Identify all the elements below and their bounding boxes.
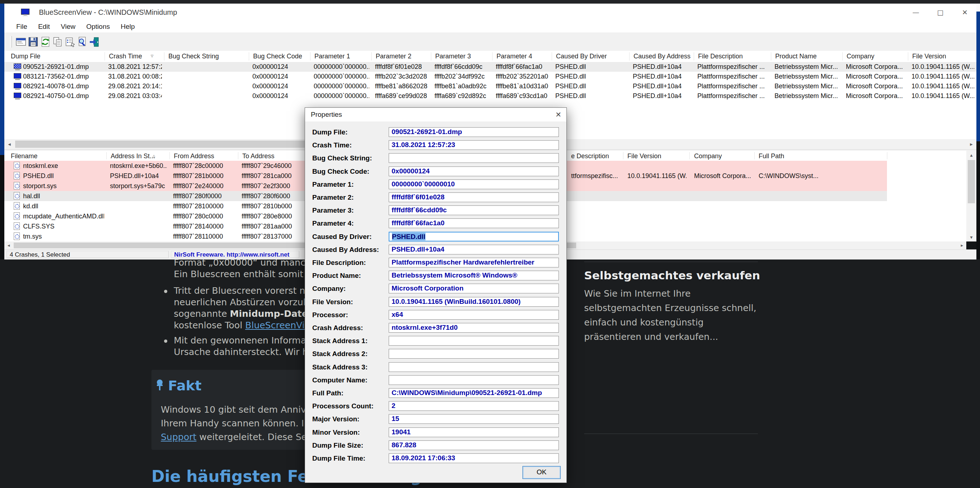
dialog-field-input[interactable]: ffffdf8f`6f01e028 — [389, 192, 559, 202]
column-separator[interactable] — [107, 152, 107, 159]
column-header[interactable]: File Version — [627, 151, 661, 161]
table-row[interactable]: 090521-26921-01.dmp31.08.2021 12:57:230x… — [4, 62, 977, 72]
maximize-button[interactable]: □ — [932, 3, 949, 21]
dialog-field-input[interactable] — [389, 375, 559, 385]
dialog-title-bar[interactable]: Properties ✕ — [305, 108, 566, 121]
dialog-field-input[interactable]: C:\WINDOWS\Minidump\090521-26921-01.dmp — [389, 388, 559, 398]
refresh-icon[interactable] — [39, 36, 52, 48]
exit-icon[interactable] — [88, 36, 100, 48]
column-header[interactable]: Dump File — [11, 51, 40, 62]
dialog-field-input[interactable]: ffffdf8f`66fac1a0 — [389, 218, 559, 228]
dialog-field-input[interactable]: Microsoft Corporation — [389, 284, 559, 293]
dialog-field-input[interactable] — [389, 336, 559, 346]
column-header[interactable]: Parameter 1 — [314, 51, 350, 62]
dialog-field-input[interactable]: Plattformspezifischer Hardwarefehlertrei… — [389, 258, 559, 267]
dialog-field-input[interactable]: 090521-26921-01.dmp — [389, 127, 559, 137]
menu-view[interactable]: View — [55, 21, 81, 32]
scroll-left-icon[interactable]: ◂ — [4, 139, 14, 149]
column-header[interactable]: Company — [694, 151, 722, 161]
table-row[interactable]: 082921-40750-01.dmp29.08.2021 03:03:430x… — [4, 91, 977, 101]
column-separator[interactable] — [249, 52, 249, 60]
dialog-field-input[interactable]: 19041 — [389, 428, 559, 437]
column-separator[interactable] — [623, 152, 624, 159]
dialog-field-input[interactable]: 2 — [389, 401, 559, 411]
scroll-right-icon[interactable]: ▸ — [958, 242, 966, 250]
column-header[interactable]: From Address — [174, 151, 214, 161]
column-header[interactable]: Parameter 3 — [435, 51, 471, 62]
column-header[interactable]: Address In St... — [111, 151, 155, 161]
dialog-close-icon[interactable]: ✕ — [555, 108, 562, 121]
dialog-field-input[interactable]: ntoskrnl.exe+3f71d0 — [389, 323, 559, 333]
column-header[interactable]: Parameter 2 — [376, 51, 411, 62]
dialog-field-input[interactable]: ffffdf8f`66cdd09c — [389, 205, 559, 215]
dialog-field-input[interactable] — [389, 153, 559, 163]
column-header[interactable]: Crash Time — [109, 51, 142, 62]
column-separator[interactable] — [694, 52, 694, 60]
toolbar-gripper[interactable] — [10, 36, 12, 48]
properties-icon[interactable] — [64, 36, 76, 48]
column-separator[interactable] — [169, 152, 170, 159]
column-header[interactable]: Caused By Driver — [556, 51, 607, 62]
column-separator[interactable] — [908, 52, 908, 60]
ok-button[interactable]: OK — [522, 466, 561, 479]
menu-options[interactable]: Options — [81, 21, 115, 32]
column-header[interactable]: Parameter 4 — [496, 51, 532, 62]
column-header[interactable]: Caused By Address — [633, 51, 690, 62]
dialog-field-input[interactable]: PSHED.dll+10a4 — [389, 245, 559, 254]
column-separator[interactable] — [310, 52, 310, 60]
scroll-left-icon[interactable]: ◂ — [4, 242, 13, 250]
column-header[interactable]: e Description — [571, 151, 609, 161]
column-separator[interactable] — [371, 52, 372, 60]
copy-icon[interactable] — [52, 36, 64, 48]
dialog-field-input[interactable]: 31.08.2021 12:57:23 — [389, 140, 559, 150]
dialog-field-input[interactable]: 10.0.19041.1165 (WinBuild.160101.0800) — [389, 297, 559, 307]
scroll-down-icon[interactable]: ▾ — [966, 233, 977, 242]
close-button[interactable]: ✕ — [956, 3, 973, 21]
column-header[interactable]: Full Path — [759, 151, 784, 161]
status-nirsoft-link[interactable]: NirSoft Freeware. http://www.nirsoft.net — [171, 251, 299, 258]
column-separator[interactable] — [105, 52, 105, 60]
table-row[interactable]: 082921-40078-01.dmp29.08.2021 20:14:130x… — [4, 81, 977, 91]
column-header[interactable]: To Address — [242, 151, 274, 161]
column-header[interactable]: Company — [846, 51, 874, 62]
column-header[interactable]: Product Name — [775, 51, 817, 62]
scroll-right-icon[interactable]: ▸ — [966, 139, 977, 149]
column-separator[interactable] — [492, 52, 493, 60]
scroll-up-icon[interactable]: ▴ — [966, 151, 977, 159]
dialog-field-input[interactable]: PSHED.dll — [389, 232, 559, 242]
column-separator[interactable] — [771, 52, 771, 60]
scrollbar-thumb[interactable] — [968, 160, 975, 203]
menu-file[interactable]: File — [11, 21, 33, 32]
dialog-field-input[interactable]: 0x00000124 — [389, 167, 559, 176]
column-separator[interactable] — [887, 152, 887, 159]
menu-help[interactable]: Help — [115, 21, 140, 32]
find-icon[interactable] — [76, 36, 88, 48]
column-separator[interactable] — [552, 52, 552, 60]
save-icon[interactable] — [27, 36, 39, 48]
column-separator[interactable] — [689, 152, 690, 159]
dialog-field-input[interactable]: 15 — [389, 414, 559, 424]
dialog-field-input[interactable] — [389, 362, 559, 372]
menu-edit[interactable]: Edit — [33, 21, 56, 32]
dialog-field-input[interactable]: Betriebssystem Microsoft® Windows® — [389, 271, 559, 280]
dialog-field-input[interactable]: 867.828 — [389, 440, 559, 450]
table-row[interactable]: 083121-73562-01.dmp31.08.2021 00:08:250x… — [4, 72, 977, 81]
dialog-field-input[interactable] — [389, 349, 559, 359]
lower-vertical-scrollbar[interactable]: ▴ ▾ — [966, 151, 977, 242]
minimize-button[interactable]: — — [908, 3, 924, 21]
column-header[interactable]: File Version — [912, 51, 946, 62]
column-header[interactable]: Bug Check Code — [253, 51, 302, 62]
column-separator[interactable] — [629, 52, 630, 60]
column-separator[interactable] — [164, 52, 164, 60]
dialog-field-input[interactable]: 00000000`00000010 — [389, 180, 559, 189]
column-separator[interactable] — [431, 52, 431, 60]
column-separator[interactable] — [754, 152, 755, 159]
dialog-field-input[interactable]: 18.09.2021 17:06:33 — [389, 453, 559, 463]
dialog-field-input[interactable]: x64 — [389, 310, 559, 320]
column-header[interactable]: File Description — [698, 51, 743, 62]
report-window-icon[interactable] — [15, 36, 27, 48]
column-header[interactable]: Filename — [11, 151, 38, 161]
webpage-link[interactable]: Support — [161, 432, 197, 442]
column-separator[interactable] — [842, 52, 843, 60]
column-header[interactable]: Bug Check String — [169, 51, 219, 62]
